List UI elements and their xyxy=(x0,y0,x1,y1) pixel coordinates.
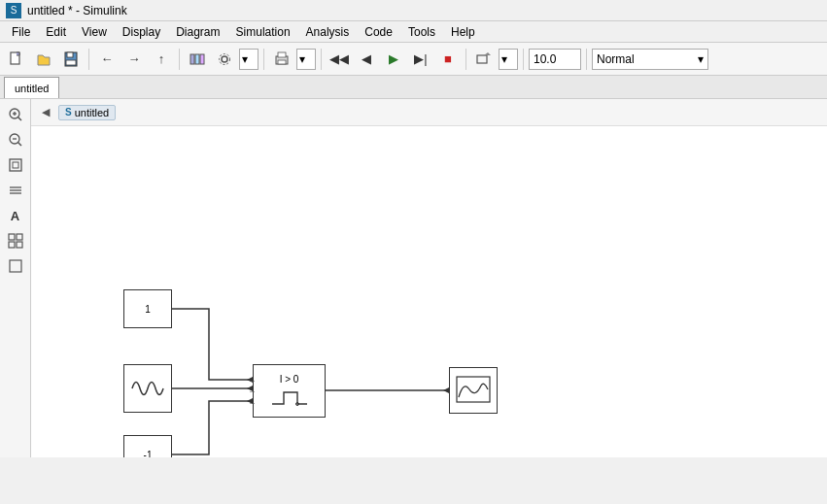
svg-rect-28 xyxy=(17,242,22,248)
svg-rect-29 xyxy=(10,260,21,272)
sep6 xyxy=(523,49,524,70)
svg-line-16 xyxy=(17,118,21,121)
title-text: untitled * - Simulink xyxy=(27,4,127,17)
canvas[interactable]: 1 -1 I > 0 xyxy=(31,126,827,457)
save-button[interactable] xyxy=(58,47,84,72)
open-button[interactable] xyxy=(31,47,56,72)
settings-dropdown[interactable]: ▾ xyxy=(239,49,258,70)
const1-label: 1 xyxy=(145,304,151,315)
library-button[interactable] xyxy=(185,47,210,72)
menu-tools[interactable]: Tools xyxy=(400,23,443,41)
svg-rect-2 xyxy=(67,52,73,57)
zoom-dropdown[interactable]: ▾ xyxy=(499,49,518,70)
scope-icon xyxy=(456,376,491,405)
sep3 xyxy=(263,49,264,70)
block-sin1[interactable] xyxy=(123,364,172,413)
relay-label: I > 0 xyxy=(280,374,299,385)
block-relay1[interactable]: I > 0 ─ ─ ─ xyxy=(253,364,326,418)
tab-label: untitled xyxy=(15,83,49,94)
select-btn[interactable] xyxy=(4,254,27,278)
mode-dropdown[interactable]: Normal ▾ xyxy=(592,49,708,70)
toolbar: ← → ↑ ▾ ▾ ◀◀ ◀ ▶ ▶| ■ ▾ 10.0 Normal ▾ xyxy=(0,43,827,76)
svg-rect-6 xyxy=(200,54,204,64)
zoom-in-btn[interactable] xyxy=(4,103,27,126)
print-button[interactable] xyxy=(269,47,294,72)
const2-label: -1 xyxy=(144,450,153,458)
step-fwd-button[interactable]: ▶| xyxy=(408,47,433,72)
block-const2[interactable]: -1 xyxy=(123,435,172,457)
svg-rect-4 xyxy=(190,54,194,64)
rewind-button[interactable]: ◀◀ xyxy=(327,47,352,72)
run-button[interactable]: ▶ xyxy=(381,47,406,72)
relay-port3: ─ xyxy=(250,400,255,407)
menu-code[interactable]: Code xyxy=(357,23,400,41)
breadcrumb-back[interactable]: ◀ xyxy=(37,104,54,121)
sep7 xyxy=(586,49,587,70)
new-button[interactable] xyxy=(4,47,29,72)
zoom-out-btn[interactable] xyxy=(4,128,27,151)
main-area: A ◀ S untitled xyxy=(0,99,827,457)
font-btn[interactable]: A xyxy=(4,204,27,227)
zoom-button[interactable] xyxy=(471,47,497,72)
wire-3 xyxy=(172,401,253,454)
canvas-wrapper: ◀ S untitled xyxy=(31,99,827,457)
app-icon: S xyxy=(6,3,21,18)
up-button[interactable]: ↑ xyxy=(149,47,174,72)
titlebar: S untitled * - Simulink xyxy=(0,0,827,21)
menu-analysis[interactable]: Analysis xyxy=(298,23,358,41)
left-toolbar: A xyxy=(0,99,31,457)
sep1 xyxy=(88,49,89,70)
stop-button[interactable]: ■ xyxy=(435,47,461,72)
svg-rect-10 xyxy=(278,60,286,64)
print-dropdown[interactable]: ▾ xyxy=(296,49,316,70)
mode-value: Normal xyxy=(597,52,635,66)
relay-port1: ─ xyxy=(250,378,255,385)
tab-untitled[interactable]: untitled xyxy=(4,77,59,98)
svg-rect-20 xyxy=(10,159,21,171)
menu-file[interactable]: File xyxy=(4,23,38,41)
breadcrumb-icon: S xyxy=(65,107,72,118)
svg-rect-11 xyxy=(278,52,286,57)
mode-arrow: ▾ xyxy=(698,52,704,66)
undo-button[interactable]: ← xyxy=(94,47,120,72)
svg-rect-3 xyxy=(66,60,76,65)
menu-diagram[interactable]: Diagram xyxy=(168,23,227,41)
svg-rect-21 xyxy=(13,162,18,168)
menu-help[interactable]: Help xyxy=(443,23,483,41)
svg-point-8 xyxy=(220,53,230,64)
menu-view[interactable]: View xyxy=(74,23,115,41)
breadcrumb-item[interactable]: S untitled xyxy=(58,105,116,120)
fit-view-btn[interactable] xyxy=(4,153,27,177)
svg-rect-25 xyxy=(9,234,15,240)
svg-line-19 xyxy=(17,143,21,147)
menu-display[interactable]: Display xyxy=(115,23,168,41)
menu-simulation[interactable]: Simulation xyxy=(228,23,298,41)
svg-rect-27 xyxy=(9,242,15,248)
relay-icon xyxy=(270,386,309,408)
breadcrumb-label: untitled xyxy=(75,107,109,118)
block-scope1[interactable] xyxy=(449,367,498,414)
sin-wave-icon xyxy=(130,374,165,403)
breadcrumb-bar: ◀ S untitled xyxy=(31,99,827,126)
block-const1[interactable]: 1 xyxy=(123,289,172,328)
menu-edit[interactable]: Edit xyxy=(38,23,74,41)
svg-rect-5 xyxy=(195,54,199,64)
settings-button[interactable] xyxy=(212,47,237,72)
svg-point-7 xyxy=(222,56,227,62)
relay-port2: ─ xyxy=(250,388,255,395)
layers-btn[interactable] xyxy=(4,179,27,202)
menubar: File Edit View Display Diagram Simulatio… xyxy=(0,21,827,43)
redo-button[interactable]: → xyxy=(121,47,147,72)
sep5 xyxy=(465,49,466,70)
time-value: 10.0 xyxy=(534,52,556,66)
svg-rect-12 xyxy=(477,55,487,63)
svg-rect-26 xyxy=(17,234,22,240)
grid-btn[interactable] xyxy=(4,229,27,252)
wire-1 xyxy=(172,309,253,380)
sep2 xyxy=(179,49,180,70)
step-back-button[interactable]: ◀ xyxy=(354,47,379,72)
tabs-bar: untitled xyxy=(0,76,827,99)
sep4 xyxy=(321,49,322,70)
time-input[interactable]: 10.0 xyxy=(529,49,581,70)
